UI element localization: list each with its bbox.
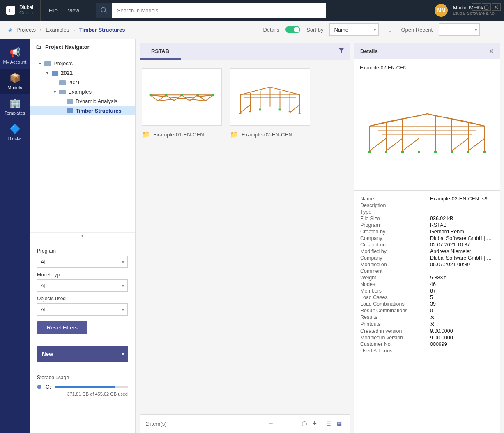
rail-blocks[interactable]: 🔷 Blocks (0, 120, 30, 145)
svg-rect-8 (249, 111, 251, 113)
list-view-button[interactable]: ☰ (324, 419, 333, 428)
detail-row: Printouts✕ (360, 321, 494, 328)
svg-line-1 (105, 11, 106, 13)
app-subtitle: Center (19, 10, 34, 16)
tab-rstab[interactable]: RSTAB (140, 43, 181, 59)
detail-row: ProgramRSTAB (360, 222, 494, 228)
drive-label: C: (46, 384, 51, 390)
storage-bar (55, 386, 128, 388)
detail-row: Customer No.000999 (360, 341, 494, 348)
storage-title: Storage usage (37, 375, 128, 380)
megaphone-icon: 📢 (9, 47, 21, 58)
sort-direction-button[interactable]: ↓ (385, 25, 395, 35)
tree-item[interactable]: ▾Projects (30, 59, 135, 68)
svg-rect-7 (239, 113, 242, 114)
search-input[interactable] (112, 3, 326, 18)
new-button[interactable]: New (37, 346, 118, 362)
app-header: C Dlubal Center File View MM Martin Motl… (0, 0, 504, 21)
close-button[interactable]: ✕ (492, 3, 501, 11)
tree-item[interactable]: ▾2021 (30, 68, 135, 78)
folder-icon (59, 90, 66, 94)
zoom-slider[interactable] (276, 424, 309, 424)
svg-rect-16 (418, 151, 420, 153)
tree-item[interactable]: Timber Structures (30, 106, 135, 115)
detail-row: Load Combinations39 (360, 301, 494, 307)
drive-icon: ⬢ (37, 384, 41, 390)
folder-icon (59, 80, 66, 85)
svg-rect-11 (289, 111, 291, 113)
breadcrumb-item[interactable]: Examples (46, 27, 69, 33)
svg-rect-17 (434, 151, 437, 153)
folder-icon (67, 108, 73, 113)
tree-item[interactable]: 2021 (30, 78, 135, 87)
svg-rect-15 (401, 151, 404, 153)
svg-rect-20 (483, 151, 486, 153)
objects-used-label: Objects used (37, 296, 128, 302)
zoom-out-button[interactable]: − (269, 419, 273, 428)
model-thumbnail[interactable] (142, 68, 222, 126)
details-title: Details (360, 48, 378, 54)
folder-icon (52, 71, 58, 76)
reset-filters-button[interactable]: Reset Filters (37, 321, 87, 334)
menu-view[interactable]: View (68, 7, 79, 14)
model-type-select[interactable]: All▾ (37, 279, 128, 292)
tree-collapse-bar[interactable]: ▾ (30, 232, 135, 239)
building-icon: 🏢 (9, 98, 21, 109)
recent-label: Open Recent (401, 27, 433, 33)
sort-label: Sort by (306, 27, 323, 33)
menu-file[interactable]: File (49, 7, 58, 14)
detail-row: Created in version9.00.0000 (360, 328, 494, 334)
zoom-in-button[interactable]: + (312, 419, 317, 428)
svg-rect-19 (467, 151, 469, 153)
diamond-icon: 🔷 (9, 124, 21, 134)
minimize-button[interactable]: — (472, 3, 481, 11)
left-rail: 📢 My Account 📦 Models 🏢 Templates 🔷 Bloc… (0, 39, 30, 433)
model-thumbnail[interactable] (230, 68, 310, 126)
cube-home-icon[interactable]: ◈ (8, 27, 12, 33)
tree-item[interactable]: ▾Examples (30, 87, 135, 97)
close-details-button[interactable]: ✕ (489, 48, 494, 54)
svg-rect-18 (451, 151, 453, 153)
detail-row: Description (360, 202, 494, 209)
folder-icon (67, 99, 73, 104)
rail-templates[interactable]: 🏢 Templates (0, 94, 30, 120)
model-icon: 📁 (230, 131, 238, 138)
rail-my-account[interactable]: 📢 My Account (0, 43, 30, 69)
svg-rect-12 (299, 113, 301, 114)
detail-row: Weight5.883 t (360, 274, 494, 281)
model-icon: 📁 (142, 131, 150, 138)
tree-item[interactable]: Dynamic Analysis (30, 97, 135, 106)
breadcrumb-item[interactable]: Projects (16, 27, 36, 33)
maximize-button[interactable]: ▢ (482, 3, 491, 11)
recent-select[interactable]: ▾ (439, 23, 480, 36)
detail-row: Created on02.07.2021 10:37 (360, 242, 494, 248)
svg-point-0 (101, 7, 106, 12)
svg-rect-10 (279, 109, 281, 111)
svg-rect-13 (368, 151, 371, 153)
folder-icon (44, 61, 51, 66)
filter-icon[interactable] (338, 47, 345, 55)
grid-view-button[interactable]: ▦ (335, 419, 344, 428)
objects-used-select[interactable]: All▾ (37, 303, 128, 316)
detail-row: CompanyDlubal Software GmbH | Tief… (360, 255, 494, 261)
new-button-dropdown[interactable]: ▾ (118, 346, 128, 362)
avatar[interactable]: MM (435, 4, 448, 17)
details-model-name: Example-02-EN-CEN (360, 65, 494, 71)
search-icon[interactable] (96, 3, 112, 18)
detail-row: Modified in version9.00.0000 (360, 334, 494, 341)
details-toggle[interactable] (285, 26, 300, 33)
sort-select[interactable]: Name▾ (329, 23, 379, 36)
open-recent-button[interactable]: → (486, 25, 496, 35)
detail-row: Type (360, 209, 494, 215)
logo: C Dlubal Center (0, 0, 41, 21)
project-tree: ▾Projects▾20212021▾ExamplesDynamic Analy… (30, 55, 135, 232)
svg-rect-9 (259, 109, 261, 111)
rail-models[interactable]: 📦 Models (0, 69, 30, 94)
detail-row: Nodes46 (360, 281, 494, 288)
detail-row: CompanyDlubal Software GmbH | Tief… (360, 235, 494, 242)
detail-row: Created byGerhard Rehm (360, 228, 494, 235)
logo-icon: C (6, 6, 15, 15)
svg-rect-14 (385, 151, 387, 153)
program-select[interactable]: All▾ (37, 256, 128, 268)
details-panel: Details ✕ Example-02-EN-CEN (354, 43, 500, 433)
